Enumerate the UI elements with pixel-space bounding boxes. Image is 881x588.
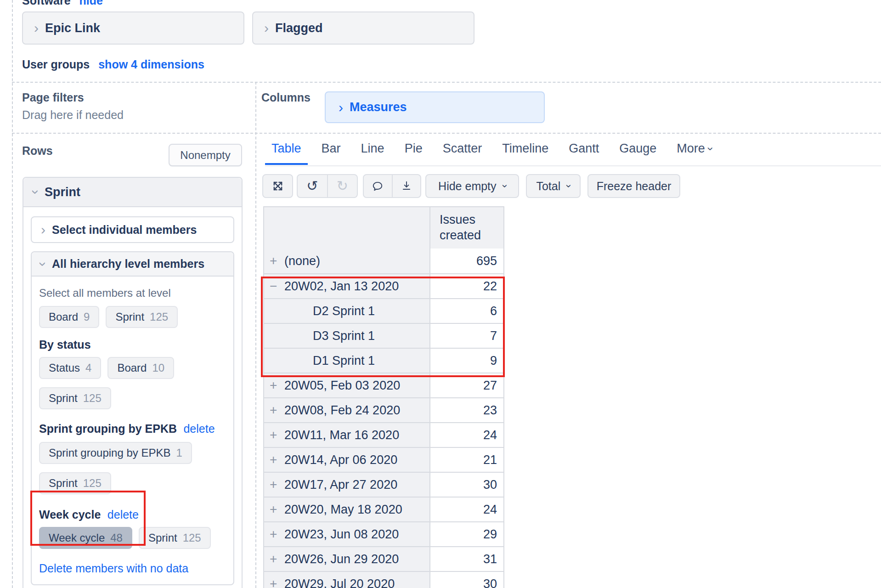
row-value-cell[interactable]: 21 (429, 448, 503, 472)
row-value-cell[interactable]: 24 (429, 498, 503, 521)
week-cycle-chip[interactable]: Sprint 125 (139, 527, 211, 549)
undo-icon: ↺ (306, 179, 318, 193)
row-label-cell[interactable]: + 20W23, Jun 08 2020 (264, 522, 429, 546)
software-section-row: Software hide (22, 0, 103, 7)
measures-dimension-box[interactable]: › Measures (325, 91, 545, 123)
total-button[interactable]: Total › (526, 174, 581, 198)
table-header-row: Issues created (264, 207, 503, 249)
level-chip[interactable]: Board 9 (39, 306, 99, 328)
grouping-chip[interactable]: Sprint grouping by EPKB 1 (39, 442, 192, 464)
undo-button[interactable]: ↺ (298, 175, 327, 197)
expand-collapse-icon[interactable]: + (270, 577, 284, 588)
table-row: + 20W29, Jul 20 2020 30 (264, 571, 503, 588)
expand-collapse-icon[interactable]: + (270, 527, 284, 542)
level-chip-row: Board 9 Sprint 125 (39, 306, 233, 328)
view-tab[interactable]: Table› (265, 141, 308, 165)
sprint-grouping-label: Sprint grouping by EPKB (39, 422, 177, 435)
comment-button[interactable] (364, 175, 392, 197)
by-status-label: By status (39, 338, 233, 351)
view-tab[interactable]: More› (670, 141, 719, 165)
show-dimensions-link[interactable]: show 4 dimensions (98, 58, 204, 71)
view-tab[interactable]: Bar› (315, 141, 347, 165)
measures-label: Measures (350, 100, 407, 114)
redo-icon: ↻ (337, 179, 348, 193)
grouping-chip-row-1: Sprint grouping by EPKB 1 (39, 442, 233, 464)
expand-collapse-icon[interactable]: + (270, 502, 284, 517)
row-label-cell[interactable]: + 20W20, May 18 2020 (264, 498, 429, 521)
undo-redo-group: ↺ ↻ (297, 174, 358, 198)
view-tab[interactable]: Gantt› (562, 141, 605, 165)
row-value-cell[interactable]: 695 (429, 249, 503, 273)
view-tab[interactable]: Gauge› (613, 141, 663, 165)
expand-collapse-icon[interactable]: + (270, 552, 284, 566)
expand-button[interactable] (262, 174, 293, 198)
select-individual-members-button[interactable]: › Select individual members (31, 216, 234, 243)
chip-count: 125 (183, 531, 201, 544)
row-value-cell[interactable]: 23 (429, 398, 503, 422)
chip-count: 9 (84, 311, 90, 323)
freeze-header-button[interactable]: Freeze header (587, 174, 680, 198)
row-label-cell[interactable]: + 20W11, Mar 16 2020 (264, 423, 429, 447)
chevron-down-icon: › (29, 190, 43, 194)
row-value-cell[interactable]: 30 (429, 572, 503, 588)
redo-button[interactable]: ↻ (327, 175, 357, 197)
expand-collapse-icon[interactable]: + (270, 452, 284, 467)
report-table: Issues created + (none) 695 − 20W02, Jan… (263, 206, 504, 588)
download-button[interactable] (392, 175, 421, 197)
view-tab[interactable]: Pie› (398, 141, 429, 165)
row-label-cell[interactable]: + 20W29, Jul 20 2020 (264, 572, 429, 588)
freeze-header-label: Freeze header (597, 180, 672, 193)
status-chip[interactable]: Board 10 (107, 357, 174, 379)
view-tab-label: Timeline (502, 141, 548, 155)
level-chip[interactable]: Sprint 125 (106, 306, 178, 328)
total-label: Total (536, 180, 560, 193)
status-chip[interactable]: Status 4 (39, 357, 101, 379)
view-tab[interactable]: Line› (355, 141, 391, 165)
expand-collapse-icon[interactable]: + (270, 254, 284, 268)
view-tab-label: Scatter (443, 141, 482, 155)
dimension-box[interactable]: › Flagged (252, 11, 474, 45)
chip-label: Sprint (49, 477, 78, 490)
view-tab[interactable]: Scatter› (436, 141, 489, 165)
dimension-box[interactable]: › Epic Link (22, 11, 244, 45)
dimension-label: Flagged (275, 21, 323, 35)
all-hierarchy-header[interactable]: › All hierarchy level members (32, 252, 233, 277)
sprint-dimension-header[interactable]: › Sprint (23, 178, 242, 207)
chip-count: 125 (83, 477, 102, 490)
status-chip[interactable]: Sprint 125 (39, 387, 111, 409)
row-label-cell[interactable]: + 20W26, Jun 29 2020 (264, 547, 429, 571)
row-label: 20W23, Jun 08 2020 (284, 527, 399, 542)
expand-collapse-icon[interactable]: + (270, 378, 284, 393)
nonempty-button[interactable]: Nonempty (169, 144, 242, 166)
chip-label: Sprint grouping by EPKB (49, 447, 171, 459)
row-label-cell[interactable]: + 20W14, Apr 06 2020 (264, 448, 429, 472)
annotation-box-table-rows (261, 277, 505, 377)
hide-empty-button[interactable]: Hide empty › (425, 174, 519, 198)
expand-collapse-icon[interactable]: + (270, 428, 284, 442)
expand-collapse-icon[interactable]: + (270, 477, 284, 492)
row-value-cell[interactable]: 24 (429, 423, 503, 447)
table-row: + 20W26, Jun 29 2020 31 (264, 546, 503, 571)
all-hierarchy-label: All hierarchy level members (52, 257, 204, 271)
hide-link[interactable]: hide (79, 0, 103, 7)
grouping-delete-link[interactable]: delete (183, 422, 215, 435)
delete-members-link[interactable]: Delete members with no data (39, 562, 233, 575)
row-value-cell[interactable]: 30 (429, 473, 503, 497)
sprint-dimension-label: Sprint (45, 185, 80, 199)
view-tab[interactable]: Timeline› (496, 141, 555, 165)
columns-title: Columns (261, 91, 311, 104)
hide-empty-label: Hide empty (438, 180, 496, 193)
row-label: 20W05, Feb 03 2020 (284, 379, 400, 393)
value-column-header[interactable]: Issues created (429, 207, 503, 249)
comment-download-group (363, 174, 421, 198)
row-value-cell[interactable]: 29 (429, 522, 503, 546)
row-label-cell[interactable]: + 20W08, Feb 24 2020 (264, 398, 429, 422)
expand-collapse-icon[interactable]: + (270, 403, 284, 418)
table-row: + 20W11, Mar 16 2020 24 (264, 422, 503, 447)
row-label-cell[interactable]: + (none) (264, 249, 429, 273)
row-label-cell[interactable]: + 20W17, Apr 27 2020 (264, 473, 429, 497)
view-tab-label: Pie (405, 141, 423, 155)
row-value-cell[interactable]: 31 (429, 547, 503, 571)
dimension-label: Epic Link (45, 21, 100, 35)
user-groups-row: User groups show 4 dimensions (22, 58, 204, 71)
